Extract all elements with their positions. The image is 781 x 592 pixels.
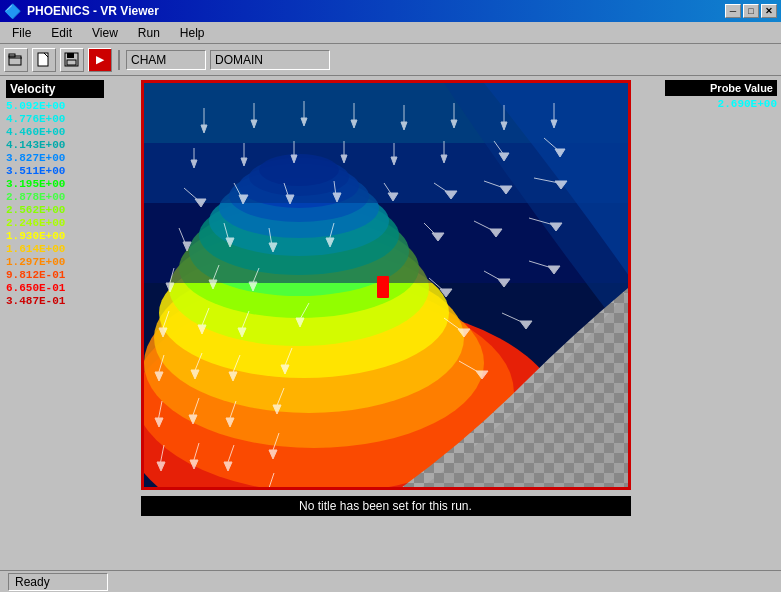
status-text: Ready	[15, 575, 50, 589]
viz-container[interactable]	[141, 80, 631, 490]
title-bar-left: 🔷 PHOENICS - VR Viewer	[4, 3, 159, 19]
legend-value-6: 3.195E+00	[6, 178, 104, 190]
legend-value-13: 9.812E-01	[6, 269, 104, 281]
svg-rect-4	[67, 53, 74, 58]
legend-value-12: 1.297E+00	[6, 256, 104, 268]
viz-panel: No title has been set for this run.	[110, 76, 661, 570]
legend-value-3: 4.143E+00	[6, 139, 104, 151]
status-panel: Ready	[8, 573, 108, 591]
toolbar-btn-3[interactable]	[60, 48, 84, 72]
legend-value-8: 2.562E+00	[6, 204, 104, 216]
svg-rect-5	[67, 60, 76, 65]
toolbar-separator	[118, 50, 120, 70]
status-bar: Ready	[0, 570, 781, 592]
legend-value-1: 4.776E+00	[6, 113, 104, 125]
toolbar-btn-4[interactable]: ▶	[88, 48, 112, 72]
legend-value-14: 6.650E-01	[6, 282, 104, 294]
menu-help[interactable]: Help	[172, 24, 213, 42]
legend-values: 5.092E+004.776E+004.460E+004.143E+003.82…	[6, 100, 104, 307]
legend-value-15: 3.487E-01	[6, 295, 104, 307]
legend-value-2: 4.460E+00	[6, 126, 104, 138]
file-icon	[36, 52, 52, 68]
save-icon	[64, 52, 80, 68]
title-buttons[interactable]: ─ □ ✕	[725, 4, 777, 18]
svg-marker-144	[265, 488, 273, 490]
probe-panel: Probe Value 2.690E+00	[661, 76, 781, 570]
open-icon	[8, 52, 24, 68]
domain-input[interactable]	[210, 50, 330, 70]
svg-rect-30	[377, 276, 389, 298]
window-title: PHOENICS - VR Viewer	[27, 4, 159, 18]
main-content: Velocity 5.092E+004.776E+004.460E+004.14…	[0, 76, 781, 570]
menu-edit[interactable]: Edit	[43, 24, 80, 42]
cfd-visualization	[144, 83, 631, 490]
menu-run[interactable]: Run	[130, 24, 168, 42]
legend-value-7: 2.878E+00	[6, 191, 104, 203]
menu-view[interactable]: View	[84, 24, 126, 42]
toolbar-btn-1[interactable]	[4, 48, 28, 72]
legend-value-4: 3.827E+00	[6, 152, 104, 164]
title-bar: 🔷 PHOENICS - VR Viewer ─ □ ✕	[0, 0, 781, 22]
legend-value-11: 1.614E+00	[6, 243, 104, 255]
close-button[interactable]: ✕	[761, 4, 777, 18]
menu-file[interactable]: File	[4, 24, 39, 42]
toolbar-btn-2[interactable]	[32, 48, 56, 72]
legend-value-10: 1.930E+00	[6, 230, 104, 242]
minimize-button[interactable]: ─	[725, 4, 741, 18]
cham-input[interactable]	[126, 50, 206, 70]
legend-value-5: 3.511E+00	[6, 165, 104, 177]
legend-value-0: 5.092E+00	[6, 100, 104, 112]
probe-value: 2.690E+00	[665, 98, 777, 110]
legend-value-9: 2.246E+00	[6, 217, 104, 229]
legend-title: Velocity	[6, 80, 104, 98]
run-icon: ▶	[96, 54, 104, 65]
viz-title: No title has been set for this run.	[141, 496, 631, 516]
menu-bar: File Edit View Run Help	[0, 22, 781, 44]
legend-panel: Velocity 5.092E+004.776E+004.460E+004.14…	[0, 76, 110, 570]
restore-button[interactable]: □	[743, 4, 759, 18]
probe-title: Probe Value	[665, 80, 777, 96]
toolbar: ▶	[0, 44, 781, 76]
app-icon: 🔷	[4, 3, 21, 19]
